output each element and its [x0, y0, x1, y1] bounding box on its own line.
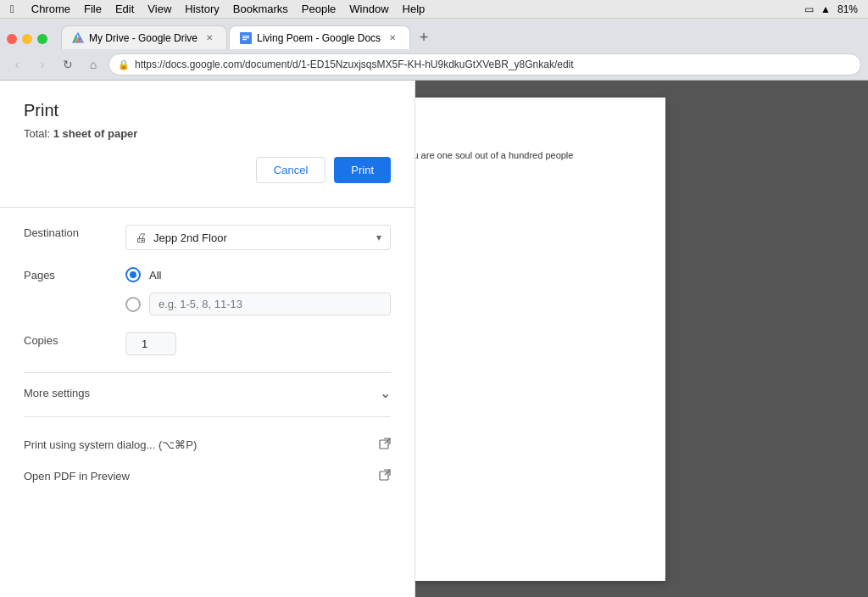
bookmarks-menu[interactable]: Bookmarks: [233, 3, 288, 15]
svg-rect-5: [242, 37, 249, 38]
print-button[interactable]: Print: [334, 157, 391, 183]
more-settings-label: More settings: [24, 387, 90, 399]
destination-label: Destination: [24, 225, 108, 239]
copies-input[interactable]: [125, 332, 176, 355]
chrome-menu[interactable]: Chrome: [31, 3, 70, 15]
new-tab-button[interactable]: +: [412, 25, 436, 49]
history-menu[interactable]: History: [185, 3, 219, 15]
destination-select[interactable]: 🖨 Jepp 2nd Floor ▾: [125, 225, 391, 250]
print-dialog-title: Print: [24, 101, 391, 120]
print-dialog: Print Total: 1 sheet of paper Cancel Pri…: [0, 81, 415, 597]
forward-button[interactable]: ›: [32, 54, 53, 75]
system-dialog-link[interactable]: Print using system dialog... (⌥⌘P): [24, 429, 391, 460]
home-button[interactable]: ⌂: [83, 54, 103, 75]
minimize-window-button[interactable]: [22, 34, 32, 44]
svg-rect-6: [242, 39, 247, 40]
tab-docs-title: Living Poem - Google Docs: [257, 32, 381, 44]
tab-drive-title: My Drive - Google Drive: [89, 32, 198, 44]
doc-content-text: You are one soul out of a hundred people: [403, 148, 623, 164]
system-dialog-label: Print using system dialog... (⌥⌘P): [24, 438, 197, 451]
docs-favicon-icon: [240, 32, 252, 44]
tab-docs[interactable]: Living Poem - Google Docs ✕: [229, 25, 410, 49]
edit-menu[interactable]: Edit: [115, 3, 134, 15]
print-total-value: 1 sheet of paper: [53, 127, 138, 140]
pages-all-radio[interactable]: [125, 267, 141, 282]
url-text: https://docs.google.com/document/d/1-ED1…: [135, 59, 852, 70]
printer-icon: 🖨: [135, 231, 147, 244]
view-menu[interactable]: View: [147, 3, 171, 15]
help-menu[interactable]: Help: [403, 3, 426, 15]
tab-docs-close[interactable]: ✕: [386, 31, 399, 45]
menubar-right: ▭ ▲ 81%: [804, 3, 858, 15]
open-pdf-link[interactable]: Open PDF in Preview: [24, 460, 391, 492]
cast-icon: ▭: [804, 3, 814, 15]
pages-custom-radio[interactable]: [125, 297, 141, 312]
lock-icon: 🔒: [118, 59, 130, 70]
open-pdf-label: Open PDF in Preview: [24, 470, 130, 483]
tab-drive-close[interactable]: ✕: [203, 31, 216, 45]
pages-label: Pages: [24, 267, 108, 282]
pages-custom-input[interactable]: [149, 293, 391, 315]
destination-row: Destination 🖨 Jepp 2nd Floor ▾: [24, 225, 391, 250]
tab-drive[interactable]: My Drive - Google Drive ✕: [61, 25, 227, 49]
address-bar: ‹ › ↻ ⌂ 🔒 https://docs.google.com/docume…: [0, 49, 868, 80]
print-buttons: Cancel Print: [24, 157, 391, 183]
url-bar[interactable]: 🔒 https://docs.google.com/document/d/1-E…: [108, 53, 861, 75]
pages-custom-option[interactable]: [125, 293, 391, 315]
chevron-down-icon: ▾: [376, 232, 381, 243]
system-links: Print using system dialog... (⌥⌘P) Open …: [24, 416, 391, 492]
tab-bar: My Drive - Google Drive ✕ Living Poem - …: [54, 19, 436, 49]
window-controls: [0, 29, 54, 49]
print-divider: [0, 207, 415, 208]
pages-row: Pages All: [24, 267, 391, 315]
pages-all-label: All: [149, 269, 161, 282]
battery-label: 81%: [837, 3, 858, 15]
mac-menubar:  Chrome File Edit View History Bookmark…: [0, 0, 868, 19]
drive-favicon-icon: [72, 32, 84, 44]
copies-label: Copies: [24, 332, 108, 347]
wifi-icon: ▲: [821, 3, 831, 15]
window-menu[interactable]: Window: [349, 3, 388, 15]
svg-rect-4: [242, 36, 249, 36]
pages-all-option[interactable]: All: [125, 267, 391, 282]
copies-control: [125, 332, 391, 355]
file-menu[interactable]: File: [84, 3, 102, 15]
browser-content: Living Poem ☆ File Edit View Inse ↩ ↪ 🖨 …: [0, 81, 868, 597]
cancel-button[interactable]: Cancel: [256, 157, 326, 183]
expand-icon: ⌄: [380, 385, 391, 401]
destination-control: 🖨 Jepp 2nd Floor ▾: [125, 225, 391, 250]
external-link-icon: [379, 438, 391, 452]
pages-control: All: [125, 267, 391, 315]
refresh-button[interactable]: ↻: [58, 54, 78, 75]
back-button[interactable]: ‹: [7, 54, 27, 75]
apple-menu[interactable]: : [10, 3, 14, 15]
copies-row: Copies: [24, 332, 391, 355]
close-window-button[interactable]: [7, 34, 17, 44]
print-total: Total: 1 sheet of paper: [24, 127, 391, 140]
more-settings-row[interactable]: More settings ⌄: [24, 372, 391, 413]
open-pdf-external-icon: [379, 469, 391, 483]
browser-chrome: My Drive - Google Drive ✕ Living Poem - …: [0, 19, 868, 81]
people-menu[interactable]: People: [302, 3, 336, 15]
destination-name: Jepp 2nd Floor: [153, 232, 370, 244]
maximize-window-button[interactable]: [37, 34, 47, 44]
